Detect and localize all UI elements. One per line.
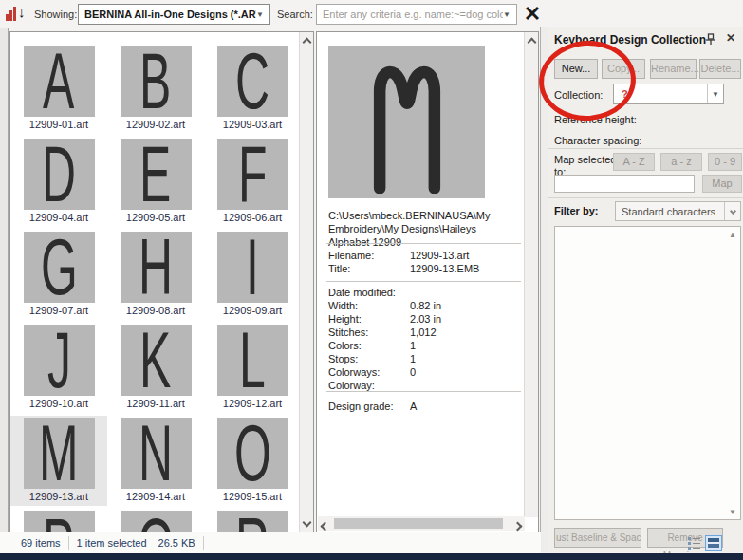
detail-label: Width:	[328, 300, 358, 311]
design-filename: 12909-04.art	[29, 212, 88, 225]
design-thumbnail: L	[217, 325, 288, 396]
design-library-grid: A12909-01.art B12909-02.art C12909-03.ar…	[9, 31, 314, 532]
design-item[interactable]: F12909-06.art	[204, 137, 301, 227]
design-item[interactable]: D12909-04.art	[10, 137, 107, 227]
reference-height-label: Reference height:	[554, 114, 637, 125]
clear-search-button[interactable]: ✕	[520, 1, 545, 27]
filter-value: Standard characters	[616, 206, 715, 217]
chevron-down-icon: ▼	[503, 10, 516, 19]
showing-dropdown[interactable]: BERNINA All-in-One Designs (*.ART*) ▼	[78, 4, 270, 25]
divider	[203, 536, 204, 550]
design-item[interactable]: R	[204, 509, 301, 532]
top-toolbar: ↓ Showing: BERNINA All-in-One Designs (*…	[0, 0, 743, 28]
list-view-icon[interactable]	[687, 535, 702, 550]
selection-size: 26.5 KB	[158, 537, 195, 549]
design-thumbnail: R	[217, 511, 288, 532]
delete-collection-button[interactable]: Delete...	[699, 59, 741, 79]
design-item[interactable]: J12909-10.art	[10, 323, 107, 413]
design-item[interactable]: C12909-03.art	[204, 44, 301, 134]
design-item[interactable]: H12909-08.art	[107, 230, 204, 320]
details-horizontal-scrollbar[interactable]	[318, 516, 525, 531]
design-thumbnail: I	[217, 232, 288, 303]
design-filename: 12909-09.art	[223, 305, 282, 318]
design-item[interactable]: G12909-07.art	[10, 230, 107, 320]
detail-value: A	[410, 401, 417, 412]
status-bar: 69 items 1 item selected 26.5 KB	[0, 532, 541, 553]
detail-label: Colorways:	[328, 366, 380, 378]
design-item[interactable]: I12909-09.art	[204, 230, 301, 320]
design-item-selected[interactable]: M12909-13.art	[10, 416, 107, 506]
scroll-down-icon[interactable]	[303, 515, 311, 529]
design-filename: 12909-14.art	[126, 491, 185, 504]
detail-value: 12909-13.art	[410, 250, 469, 261]
design-filename: 12909-13.art	[29, 491, 88, 504]
design-filename: 12909-03.art	[223, 119, 282, 132]
map-button[interactable]: Map	[702, 175, 742, 193]
design-thumbnail: N	[121, 418, 192, 489]
sort-designs-icon[interactable]: ↓	[6, 6, 30, 23]
design-thumbnail: P	[24, 511, 95, 532]
thumbnail-view-icon[interactable]	[705, 535, 722, 551]
divider	[68, 536, 69, 550]
view-mode-toggles	[687, 535, 722, 551]
scroll-up-icon[interactable]	[303, 35, 311, 48]
new-collection-button[interactable]: New...	[554, 59, 598, 79]
chevron-down-icon[interactable]: ▼	[707, 84, 723, 103]
pin-icon[interactable]	[705, 33, 716, 46]
design-filename: 12909-07.art	[29, 305, 88, 318]
panel-splitter[interactable]	[540, 27, 548, 552]
map-to-input[interactable]	[554, 175, 695, 193]
chevron-down-icon[interactable]	[724, 202, 740, 220]
design-filename: 12909-12.art	[223, 398, 282, 411]
design-item[interactable]: K12909-11.art	[107, 323, 204, 413]
selection-count: 1 item selected	[77, 537, 147, 549]
design-details-panel: C:\Users\mbeck.BERNINAUSA\My Embroidery\…	[316, 31, 539, 532]
design-item[interactable]: B12909-02.art	[107, 44, 204, 134]
detail-value: 0	[410, 366, 416, 378]
map-range-digits-button[interactable]: 0 - 9	[708, 153, 742, 171]
detail-label: Stops:	[328, 353, 358, 364]
divider	[326, 281, 521, 282]
design-item[interactable]: P	[10, 509, 107, 532]
scroll-right-icon[interactable]	[514, 520, 521, 532]
design-thumbnail: K	[121, 325, 192, 396]
design-item[interactable]: A12909-01.art	[10, 44, 107, 134]
adjust-baseline-spacing-button[interactable]: ust Baseline & Spacin	[554, 528, 641, 548]
character-list-box[interactable]: ▲ ▼	[554, 226, 741, 520]
sort-down-arrow-icon: ↓	[18, 4, 26, 20]
bottom-edge-strip	[0, 553, 743, 560]
design-item[interactable]: L12909-12.art	[204, 323, 301, 413]
design-item[interactable]: O12909-15.art	[204, 416, 301, 506]
design-thumbnail: Q	[121, 511, 192, 532]
design-thumbnail: M	[24, 418, 95, 489]
map-range-uppercase-button[interactable]: A - Z	[613, 153, 655, 171]
grid-vertical-scrollbar[interactable]	[299, 32, 313, 532]
collection-dropdown[interactable]: ? ▼	[613, 84, 724, 104]
design-item[interactable]: Q	[107, 509, 204, 532]
scroll-up-icon[interactable]	[528, 35, 536, 48]
scroll-up-icon[interactable]: ▲	[729, 231, 736, 239]
design-filename: 12909-08.art	[126, 305, 185, 318]
map-range-lowercase-button[interactable]: a - z	[660, 153, 702, 171]
filter-dropdown[interactable]: Standard characters	[615, 201, 741, 221]
design-thumbnail: A	[24, 46, 95, 117]
details-vertical-scrollbar[interactable]	[524, 32, 538, 517]
design-filename: 12909-10.art	[29, 398, 88, 411]
design-item[interactable]: E12909-05.art	[107, 137, 204, 227]
collection-value: ?	[614, 88, 628, 100]
scroll-left-icon[interactable]	[322, 520, 328, 532]
filter-by-label: Filter by:	[554, 205, 598, 216]
rename-collection-button[interactable]: Rename...	[650, 59, 697, 79]
collection-label: Collection:	[554, 89, 603, 101]
search-input[interactable]: Enter any criteria e.g. name:~=dog color…	[316, 4, 517, 25]
detail-label: Colors:	[328, 340, 362, 351]
divider	[326, 391, 521, 392]
detail-value: 1	[410, 353, 416, 364]
scroll-down-icon[interactable]: ▼	[729, 508, 736, 516]
design-thumbnail: B	[121, 46, 192, 117]
design-item[interactable]: N12909-14.art	[107, 416, 204, 506]
scrollbar-thumb[interactable]	[334, 518, 503, 529]
close-panel-icon[interactable]: ✕	[726, 31, 735, 45]
copy-collection-button[interactable]: Copy...	[602, 59, 645, 79]
keyboard-design-collection-panel: Keyboard Design Collection ✕ New... Copy…	[548, 27, 743, 552]
